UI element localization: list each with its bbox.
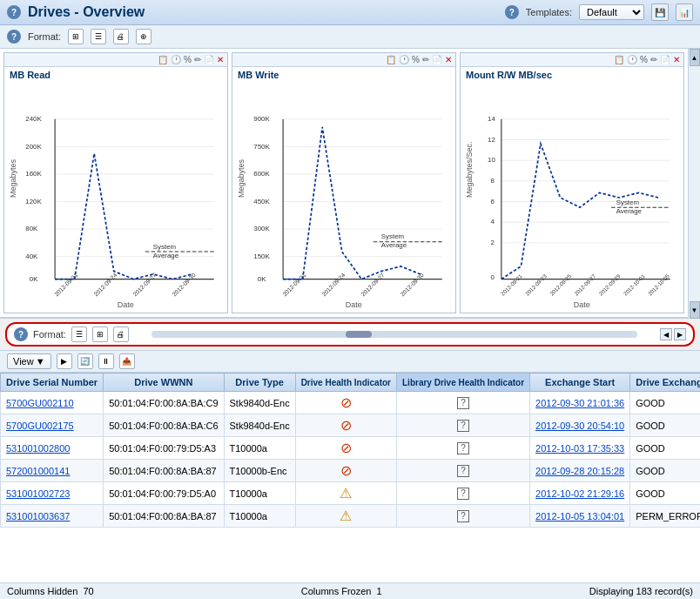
svg-text:System: System bbox=[153, 243, 177, 251]
cell-type: Stk9840d-Enc bbox=[224, 414, 295, 437]
cell-type: T10000a bbox=[224, 505, 295, 528]
cell-exchange-status: GOOD bbox=[630, 414, 700, 437]
scroll-left[interactable]: ◀ bbox=[660, 328, 672, 340]
displaying-records: Displaying 183 record(s) bbox=[589, 586, 693, 596]
chart2-icon1[interactable]: 📋 bbox=[386, 55, 396, 64]
scroll-right[interactable]: ▶ bbox=[674, 328, 686, 340]
chart2-close[interactable]: ✕ bbox=[445, 55, 452, 64]
bottom-section: View ▼ ▶ 🔄 ⏸ 📤 Drive Serial Number Drive… bbox=[0, 351, 700, 599]
chart2-icon2[interactable]: 🕐 bbox=[399, 55, 409, 64]
refresh-btn[interactable]: 🔄 bbox=[77, 353, 93, 369]
page-title: Drives - Overview bbox=[28, 4, 145, 20]
cell-serial[interactable]: 572001000141 bbox=[1, 460, 104, 482]
view-dropdown[interactable]: View ▼ bbox=[7, 353, 51, 369]
chart1-icon4[interactable]: ✏ bbox=[194, 55, 201, 64]
format-label: Format: bbox=[28, 31, 61, 42]
toolbar-help[interactable]: ? bbox=[7, 30, 21, 44]
col-lib-health: Library Drive Health Indicator bbox=[397, 374, 530, 392]
cell-type: Stk9840d-Enc bbox=[224, 392, 295, 414]
pause-btn[interactable]: ⏸ bbox=[98, 353, 114, 369]
bottom-help[interactable]: ? bbox=[14, 327, 28, 341]
chart2-body: Megabytes 900K 750K 600K 450K 300K 150K … bbox=[232, 83, 455, 313]
svg-text:150K: 150K bbox=[253, 252, 270, 260]
cell-serial[interactable]: 531001003637 bbox=[1, 505, 104, 528]
svg-text:40K: 40K bbox=[25, 252, 38, 260]
chart3-svg: Megabytes/Sec. 14 12 10 8 6 4 2 0 bbox=[464, 86, 680, 309]
cell-serial[interactable]: 5700GU002175 bbox=[1, 414, 104, 437]
top-toolbar: ? Format: ⊞ ☰ 🖨 ⊕ bbox=[0, 25, 700, 49]
svg-text:Average: Average bbox=[381, 241, 407, 249]
status-bar: Columns Hidden 70 Columns Frozen 1 Displ… bbox=[0, 582, 700, 599]
cell-exchange-start: 2012-09-28 20:15:28 bbox=[530, 460, 630, 482]
play-btn[interactable]: ▶ bbox=[57, 353, 72, 369]
templates-select[interactable]: Default bbox=[579, 4, 644, 20]
horiz-scroll-section: ? Format: ☰ ⊞ 🖨 ◀ ▶ bbox=[0, 319, 700, 351]
cell-type: T10000a bbox=[224, 482, 295, 505]
chart1-icon2[interactable]: 🕐 bbox=[171, 55, 181, 64]
cell-serial[interactable]: 531001002800 bbox=[1, 437, 104, 460]
export-btn2[interactable]: 📤 bbox=[119, 353, 135, 369]
svg-text:System: System bbox=[616, 199, 640, 206]
table-container[interactable]: Drive Serial Number Drive WWNN Drive Typ… bbox=[0, 373, 700, 582]
chart1-icon1[interactable]: 📋 bbox=[158, 55, 168, 64]
chart3-close[interactable]: ✕ bbox=[673, 55, 680, 64]
svg-text:10: 10 bbox=[488, 156, 495, 164]
list-view-btn[interactable]: ☰ bbox=[91, 29, 106, 44]
cell-serial[interactable]: 5700GU002110 bbox=[1, 392, 104, 414]
scroll-up[interactable]: ▲ bbox=[690, 49, 700, 66]
print-btn[interactable]: 🖨 bbox=[113, 29, 129, 44]
help-icon[interactable]: ? bbox=[7, 5, 21, 19]
add-btn[interactable]: ⊕ bbox=[136, 29, 151, 44]
export-btn[interactable]: 📊 bbox=[676, 3, 693, 21]
cell-lib-health: ? bbox=[397, 437, 530, 460]
svg-text:2012-10-05: 2012-10-05 bbox=[647, 273, 671, 297]
scroll-thumb[interactable] bbox=[346, 331, 372, 338]
chart3-body: Megabytes/Sec. 14 12 10 8 6 4 2 0 bbox=[461, 83, 683, 313]
list-btn2[interactable]: ☰ bbox=[71, 326, 87, 342]
grid-view-btn[interactable]: ⊞ bbox=[68, 29, 84, 44]
cell-health: ⚠ bbox=[295, 505, 396, 528]
table-row: 5700GU002175 50:01:04:F0:00:8A:BA:C6 Stk… bbox=[1, 414, 701, 437]
chart1-close[interactable]: ✕ bbox=[217, 55, 224, 64]
print-btn2[interactable]: 🖨 bbox=[113, 326, 129, 342]
scroll-track[interactable] bbox=[151, 331, 637, 338]
cell-wwnn: 50:01:04:F0:00:8A:BA:C9 bbox=[104, 392, 224, 414]
svg-text:450K: 450K bbox=[253, 198, 270, 205]
scroll-down[interactable]: ▼ bbox=[690, 301, 700, 319]
cell-wwnn: 50:01:04:F0:00:79:D5:A3 bbox=[104, 437, 224, 460]
cell-lib-health: ? bbox=[397, 414, 530, 437]
grid-btn2[interactable]: ⊞ bbox=[92, 326, 108, 342]
svg-text:900K: 900K bbox=[253, 115, 270, 123]
save-btn[interactable]: 💾 bbox=[651, 3, 669, 21]
svg-text:2012-09-24: 2012-09-24 bbox=[320, 272, 347, 298]
cell-exchange-start: 2012-09-30 21:01:36 bbox=[530, 392, 630, 414]
view-dropdown-icon: ▼ bbox=[36, 356, 45, 367]
chart2-icon4[interactable]: ✏ bbox=[422, 55, 429, 64]
svg-text:Megabytes/Sec.: Megabytes/Sec. bbox=[465, 141, 474, 198]
chart1-icon3[interactable]: % bbox=[184, 55, 192, 64]
chart3-icon5[interactable]: 📄 bbox=[660, 55, 670, 64]
col-health: Drive Health Indicator bbox=[295, 374, 396, 392]
chart2-icon5[interactable]: 📄 bbox=[432, 55, 442, 64]
svg-text:2012-09-24: 2012-09-24 bbox=[92, 272, 118, 298]
chart3-toolbar: 📋 🕐 % ✏ 📄 ✕ bbox=[461, 53, 683, 67]
chart3-icon4[interactable]: ✏ bbox=[650, 55, 657, 64]
right-scrollbar[interactable]: ▲ ▼ bbox=[688, 49, 700, 319]
chart3-icon1[interactable]: 📋 bbox=[614, 55, 624, 64]
help-btn[interactable]: ? bbox=[505, 5, 519, 19]
svg-text:0: 0 bbox=[490, 273, 495, 281]
chart2-icon3[interactable]: % bbox=[412, 55, 420, 64]
svg-text:6: 6 bbox=[490, 198, 495, 205]
chart1-icon5[interactable]: 📄 bbox=[204, 55, 214, 64]
chart1-title: MB Read bbox=[4, 67, 227, 83]
chart3-icon2[interactable]: 🕐 bbox=[627, 55, 637, 64]
cell-serial[interactable]: 531001002723 bbox=[1, 482, 104, 505]
cell-health: ⊘ bbox=[295, 392, 396, 414]
col-exchange-start: Exchange Start bbox=[530, 374, 630, 392]
svg-text:Megabytes: Megabytes bbox=[237, 158, 246, 198]
cell-exchange-status: GOOD bbox=[630, 482, 700, 505]
chart3-icon3[interactable]: % bbox=[640, 55, 648, 64]
svg-text:2012-09-27: 2012-09-27 bbox=[573, 273, 597, 297]
cell-health: ⊘ bbox=[295, 437, 396, 460]
table-toolbar: View ▼ ▶ 🔄 ⏸ 📤 bbox=[0, 351, 700, 373]
